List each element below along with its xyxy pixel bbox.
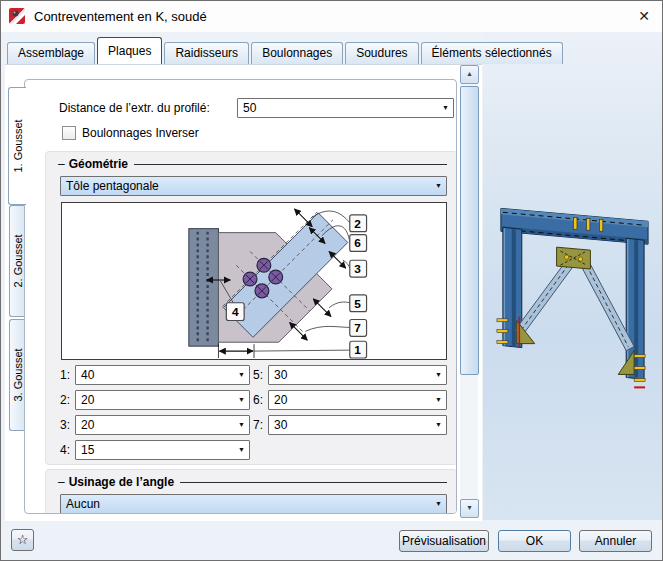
invert-bolts-checkbox[interactable] [62,126,76,140]
dropdown-arrow-icon: ▼ [442,99,449,117]
dropdown-arrow-icon: ▼ [238,416,245,434]
tab-plaques[interactable]: Plaques [97,37,162,64]
window-title: Contreventement en K, soudé [34,9,207,24]
param-combobox-3[interactable]: 20 ▼ [75,415,250,435]
tab-elements-selectionnes[interactable]: Éléments sélectionnés [421,42,563,64]
side-tab-gousset-2[interactable]: 2. Gousset [9,205,25,317]
dropdown-arrow-icon: ▼ [435,495,442,513]
param-combobox-7[interactable]: 30 ▼ [268,415,447,435]
param-combobox-6[interactable]: 20 ▼ [268,390,447,410]
tab-boulonnages[interactable]: Boulonnages [251,42,343,64]
corner-group-title: – Usinage de l’angle [58,474,447,490]
param-value-1: 40 [81,366,94,384]
param-combobox-4[interactable]: 15 ▼ [75,440,250,460]
geometry-group-title: – Géométrie [58,156,447,172]
dropdown-arrow-icon: ▼ [435,177,442,195]
callout-5: 5 [354,297,361,311]
scroll-down-button[interactable]: ▼ [460,499,479,518]
param-value-2: 20 [81,391,94,409]
side-tab-label: 2. Gousset [12,234,24,287]
plate-shape-value: Tôle pentagonale [66,177,159,195]
tab-raidisseurs[interactable]: Raidisseurs [164,42,249,64]
param-combobox-2[interactable]: 20 ▼ [75,390,250,410]
callout-3: 3 [354,262,361,276]
callout-4: 4 [232,305,239,319]
param-value-6: 20 [274,391,287,409]
dropdown-arrow-icon: ▼ [435,416,442,434]
callout-6: 6 [354,236,361,250]
corner-machining-value: Aucun [66,495,100,513]
plate-shape-combobox[interactable]: Tôle pentagonale ▼ [60,176,447,196]
corner-machining-combobox[interactable]: Aucun ▼ [60,494,447,514]
dialog-window: Contreventement en K, soudé ✕ Assemblage… [0,0,663,561]
param-value-5: 30 [274,366,287,384]
tab-soudures[interactable]: Soudures [345,42,418,64]
cancel-button[interactable]: Annuler [579,530,652,552]
group-title-text: Géométrie [69,157,128,171]
dropdown-arrow-icon: ▼ [238,441,245,459]
close-button[interactable]: ✕ [630,3,658,29]
frame-3d-preview [483,32,662,520]
preview-button[interactable]: Prévisualisation [399,530,489,552]
title-bar: Contreventement en K, soudé ✕ [1,1,662,32]
invert-bolts-label: Boulonnages Inverser [82,123,199,143]
param-label-3: 3: [60,415,70,435]
tab-strip: Assemblage Plaques Raidisseurs Boulonnag… [7,37,565,64]
gusset-diagram: 2 6 3 5 7 1 4 [61,202,447,360]
group-rule [134,164,447,165]
param-label-1: 1: [60,365,70,385]
scroll-up-button[interactable]: ▲ [460,65,479,84]
preview-viewport[interactable] [483,32,662,520]
param-combobox-5[interactable]: 30 ▼ [268,365,447,385]
distance-combobox[interactable]: 50 ▼ [237,98,454,118]
side-tab-label: 3. Gousset [12,348,24,401]
side-tab-gousset-3[interactable]: 3. Gousset [9,319,25,431]
param-label-6: 6: [253,390,263,410]
group-dash: – [58,475,65,489]
favorite-star-button[interactable]: ☆ [11,529,34,551]
param-label-5: 5: [253,365,263,385]
geometry-group: – Géométrie Tôle pentagonale ▼ [45,151,457,465]
side-tab-label: 1. Gousset [12,119,24,172]
dropdown-arrow-icon: ▼ [238,366,245,384]
distance-label: Distance de l’extr. du profilé: [59,98,210,118]
param-label-4: 4: [60,440,70,460]
dropdown-arrow-icon: ▼ [435,391,442,409]
param-value-4: 15 [81,441,94,459]
gusset-diagram-svg: 2 6 3 5 7 1 4 [62,203,446,359]
group-dash: – [58,157,65,171]
app-icon [9,8,25,24]
dropdown-arrow-icon: ▼ [435,366,442,384]
tab-assemblage[interactable]: Assemblage [7,42,95,64]
param-combobox-1[interactable]: 40 ▼ [75,365,250,385]
param-value-3: 20 [81,416,94,434]
param-value-7: 30 [274,416,287,434]
dropdown-arrow-icon: ▼ [238,391,245,409]
callout-7: 7 [354,321,361,335]
gousset-panel: Distance de l’extr. du profilé: 50 ▼ Bou… [24,79,457,514]
callout-1: 1 [354,343,361,357]
column-section [189,229,219,346]
param-label-2: 2: [60,390,70,410]
scrollbar-thumb[interactable] [460,86,479,375]
corner-machining-group: – Usinage de l’angle Aucun ▼ [45,469,457,514]
group-title-text: Usinage de l’angle [69,475,174,489]
distance-value: 50 [243,99,256,117]
side-tab-gousset-1[interactable]: 1. Gousset [8,87,26,205]
ok-button[interactable]: OK [498,530,571,552]
param-label-7: 7: [253,415,263,435]
vertical-scrollbar[interactable]: ▲ ▼ [460,65,478,517]
group-rule [180,482,447,483]
tab-page: 1. Gousset 2. Gousset 3. Gousset Distanc… [5,64,482,521]
callout-2: 2 [354,217,361,231]
